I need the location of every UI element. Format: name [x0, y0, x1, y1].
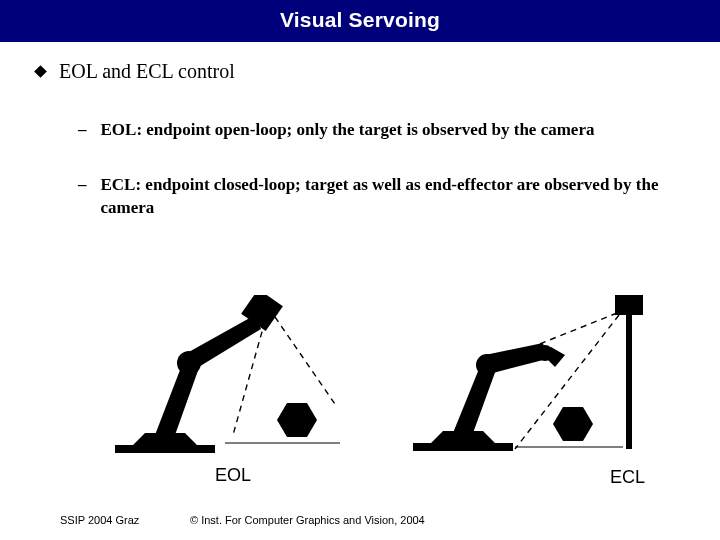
slide-title: Visual Servoing: [0, 0, 720, 42]
svg-marker-13: [553, 407, 593, 441]
slide: Visual Servoing EOL and ECL control – EO…: [0, 0, 720, 540]
slide-content: EOL and ECL control – EOL: endpoint open…: [0, 42, 720, 220]
dash-icon: –: [78, 174, 87, 196]
heading-item: EOL and ECL control: [36, 60, 692, 83]
footer-left: SSIP 2004 Graz: [60, 514, 190, 526]
figure-ecl: [405, 289, 660, 464]
dash-icon: –: [78, 119, 87, 141]
bullet-2-text: ECL: endpoint closed-loop; target as wel…: [101, 174, 661, 220]
bullet-2: – ECL: endpoint closed-loop; target as w…: [78, 174, 692, 220]
figure-ecl-label: ECL: [610, 467, 645, 488]
diamond-bullet-icon: [34, 65, 47, 78]
heading-text: EOL and ECL control: [59, 60, 235, 83]
slide-footer: SSIP 2004 Graz © Inst. For Computer Grap…: [0, 514, 720, 526]
figure-eol: [105, 295, 340, 460]
footer-center: © Inst. For Computer Graphics and Vision…: [190, 514, 425, 526]
svg-line-3: [275, 317, 337, 407]
svg-rect-6: [615, 295, 643, 315]
bullet-1-text: EOL: endpoint open-loop; only the target…: [101, 119, 595, 142]
svg-rect-7: [626, 315, 632, 449]
figure-eol-label: EOL: [215, 465, 251, 486]
figures-area: EOL ECL: [0, 295, 720, 495]
svg-marker-5: [277, 403, 317, 437]
bullet-1: – EOL: endpoint open-loop; only the targ…: [78, 119, 692, 142]
